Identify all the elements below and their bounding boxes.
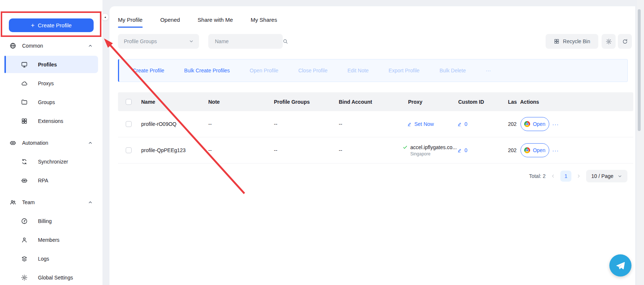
chevron-up-icon[interactable] <box>88 200 93 205</box>
cloud-icon <box>21 80 28 87</box>
settings-button[interactable] <box>602 34 616 49</box>
chevron-up-icon[interactable] <box>88 43 93 48</box>
active-indicator-bar <box>4 56 6 73</box>
sidebar-item-global-settings[interactable]: Global Settings <box>0 268 102 285</box>
prev-page-icon[interactable] <box>550 174 556 179</box>
name-search-field <box>208 34 283 49</box>
team-icon <box>10 199 16 206</box>
search-icon[interactable] <box>282 38 288 44</box>
action-open-profile: Open Profile <box>250 68 278 73</box>
table-row: profile-rO09OQ -- -- -- Set Now 0 202 <box>118 111 633 137</box>
sidebar-section-common[interactable]: Common <box>0 36 102 55</box>
table-header-row: Name Note Profile Groups Bind Account Pr… <box>118 92 633 111</box>
layers-icon <box>21 255 28 262</box>
chrome-icon <box>524 147 530 153</box>
grid-icon <box>21 118 28 124</box>
row-more-actions-icon[interactable]: ··· <box>552 137 559 163</box>
sidebar-section-automation[interactable]: Automation <box>0 133 102 152</box>
profile-name: profile-QpPEEg123 <box>141 137 186 163</box>
refresh-icon <box>622 38 628 45</box>
chevron-down-icon <box>189 39 194 44</box>
sidebar-item-billing[interactable]: Billing <box>0 212 102 230</box>
sidebar: + Create Profile Common Profiles Proxys … <box>0 0 102 285</box>
open-profile-button[interactable]: Open <box>521 143 549 157</box>
sidebar-item-synchronizer[interactable]: Synchronizer <box>0 152 102 171</box>
proxy-cell: accel.ipflygates.co... Singapore <box>403 137 457 163</box>
profiles-table: Name Note Profile Groups Bind Account Pr… <box>118 92 633 164</box>
scrollbar-track <box>637 0 644 285</box>
main-panel: My Profile Opened Share with Me My Share… <box>109 6 635 285</box>
page-size-select[interactable]: 10 / Page <box>586 170 627 182</box>
action-export-profile: Export Profile <box>389 68 420 73</box>
action-bulk-create-profiles[interactable]: Bulk Create Profiles <box>184 68 230 73</box>
sidebar-header <box>0 0 102 11</box>
telegram-button[interactable] <box>609 254 631 277</box>
edit-custom-id-link[interactable]: 0 <box>457 147 467 153</box>
robot-icon <box>21 177 28 184</box>
open-profile-button[interactable]: Open <box>521 117 549 131</box>
row-checkbox[interactable] <box>126 147 132 153</box>
create-profile-label: Create Profile <box>38 22 72 28</box>
sidebar-item-extensions[interactable]: Extensions <box>0 111 102 130</box>
tab-my-profile[interactable]: My Profile <box>118 17 143 28</box>
action-close-profile: Close Profile <box>298 68 327 73</box>
plus-icon: + <box>31 22 35 28</box>
sync-icon <box>21 158 28 165</box>
monitor-icon <box>21 61 28 68</box>
proxy-location: Singapore <box>410 151 431 157</box>
gear-icon <box>606 38 612 45</box>
action-create-profile[interactable]: Create Profile <box>133 68 164 73</box>
tab-opened[interactable]: Opened <box>160 17 180 28</box>
active-tab-underline <box>118 27 143 28</box>
action-bar: Create Profile Bulk Create Profiles Open… <box>118 59 628 82</box>
table-row: profile-QpPEEg123 -- -- -- accel.ipflyga… <box>118 137 633 164</box>
folder-icon <box>21 99 28 106</box>
action-more-icon: ··· <box>486 68 491 73</box>
chevron-up-icon[interactable] <box>88 140 93 145</box>
sidebar-section-team[interactable]: Team <box>0 193 102 212</box>
page-number-button[interactable]: 1 <box>560 171 571 182</box>
select-all-checkbox[interactable] <box>126 99 132 105</box>
check-icon <box>403 145 408 150</box>
recycle-bin-button[interactable]: Recycle Bin <box>546 34 598 49</box>
edit-custom-id-link[interactable]: 0 <box>457 121 467 127</box>
profile-groups-select[interactable]: Profile Groups <box>118 34 199 49</box>
person-icon <box>21 237 28 243</box>
globe-icon <box>10 42 16 49</box>
tab-share-with-me[interactable]: Share with Me <box>198 17 233 28</box>
tab-my-shares[interactable]: My Shares <box>251 17 277 28</box>
name-search-input[interactable] <box>214 38 282 45</box>
pencil-icon <box>457 121 462 127</box>
next-page-icon[interactable] <box>576 174 581 179</box>
sidebar-item-logs[interactable]: Logs <box>0 249 102 268</box>
total-count: Total: 2 <box>529 173 546 179</box>
scrollbar-thumb[interactable] <box>638 9 641 131</box>
sidebar-item-members[interactable]: Members <box>0 230 102 249</box>
sidebar-item-profiles[interactable]: Profiles <box>0 55 102 74</box>
tab-bar: My Profile Opened Share with Me My Share… <box>118 17 277 28</box>
sidebar-item-rpa[interactable]: RPA <box>0 171 102 190</box>
last-open-time: 202 <box>508 137 521 163</box>
robot-icon <box>10 140 16 146</box>
chrome-icon <box>524 121 530 127</box>
last-open-time: 202 <box>508 111 521 137</box>
sidebar-item-proxys[interactable]: Proxys <box>0 74 102 93</box>
refresh-button[interactable] <box>618 34 632 49</box>
pagination: Total: 2 1 10 / Page <box>529 170 627 182</box>
action-bulk-delete: Bulk Delete <box>439 68 466 73</box>
profile-manager-app: + Create Profile Common Profiles Proxys … <box>0 0 644 285</box>
profile-name: profile-rO09OQ <box>141 111 177 137</box>
set-proxy-link[interactable]: Set Now <box>407 121 434 127</box>
action-edit-note: Edit Note <box>348 68 369 73</box>
create-profile-button[interactable]: + Create Profile <box>9 18 94 32</box>
row-checkbox[interactable] <box>126 121 132 127</box>
row-more-actions-icon[interactable]: ··· <box>552 111 559 137</box>
sidebar-collapse-button[interactable]: ◂ <box>101 13 109 21</box>
sidebar-item-groups[interactable]: Groups <box>0 93 102 111</box>
telegram-plane-icon <box>615 260 626 271</box>
proxy-host: accel.ipflygates.co... <box>410 144 457 150</box>
grid-icon <box>554 38 560 44</box>
pencil-icon <box>407 121 412 127</box>
gear-icon <box>21 274 28 281</box>
pencil-icon <box>457 148 462 153</box>
